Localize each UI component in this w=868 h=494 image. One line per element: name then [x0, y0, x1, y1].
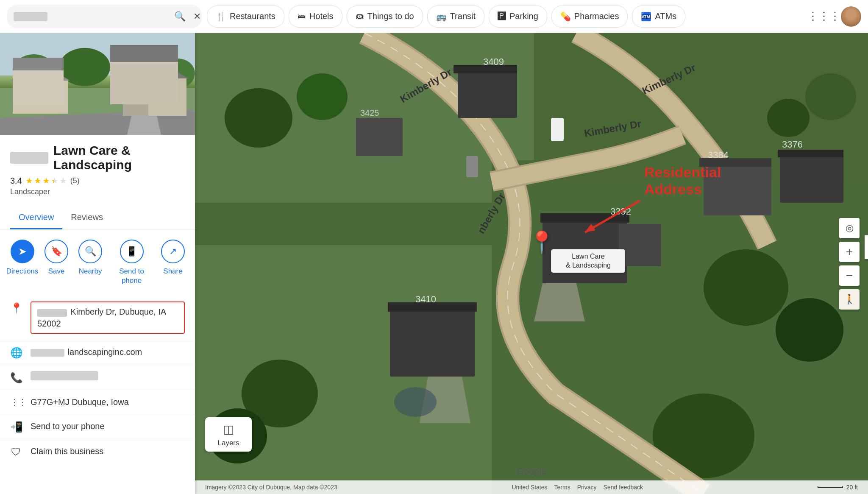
svg-text:3409: 3409: [483, 56, 504, 67]
business-info: Lawn Care & Landscaping 3.4 ★ ★ ★ ★★ ★ (…: [0, 135, 195, 203]
clear-button[interactable]: ✕: [192, 9, 203, 24]
svg-point-3: [125, 51, 172, 87]
street-view-button[interactable]: 🚶: [839, 289, 860, 310]
send-to-phone-icon: 📱: [120, 240, 144, 263]
top-bar: Lawn Care & Landscaping 🔍 ✕ 🍴 Restaurant…: [0, 0, 868, 33]
nav-pill-transit[interactable]: 🚌 Transit: [427, 6, 484, 28]
svg-point-18: [225, 88, 292, 148]
street-view-icon: 🚶: [844, 294, 855, 305]
footer-links: United States Terms Privacy Send feedbac…: [512, 484, 643, 491]
search-input[interactable]: Lawn Care & Landscaping: [52, 11, 168, 22]
pharmacies-icon: 💊: [560, 11, 571, 22]
layers-label: Layers: [217, 439, 239, 447]
location-icon: 📍: [10, 302, 22, 314]
map-footer: Imagery ©2023 City of Dubuque, Map data …: [195, 480, 868, 494]
tab-overview[interactable]: Overview: [10, 207, 62, 229]
imagery-attribution: Imagery ©2023 City of Dubuque, Map data …: [205, 484, 337, 491]
review-count: (5): [70, 176, 80, 185]
svg-rect-43: [466, 156, 478, 177]
tab-reviews[interactable]: Reviews: [62, 207, 111, 229]
svg-text:3425: 3425: [360, 108, 379, 117]
svg-point-25: [805, 73, 856, 120]
directions-icon: ➤: [11, 240, 34, 263]
google-logo: Google: [517, 466, 547, 477]
shield-icon: 🛡: [10, 446, 22, 458]
blurred-street-number: [37, 309, 67, 317]
zoom-in-icon: +: [846, 245, 853, 259]
nav-pill-things-to-do[interactable]: 🎟 Things to do: [347, 6, 423, 28]
send-to-phone-row[interactable]: 📲 Send to your phone: [0, 414, 195, 439]
star-rating: ★ ★ ★ ★★ ★: [25, 176, 67, 186]
zoom-in-button[interactable]: +: [839, 242, 860, 262]
website-row[interactable]: 🌐 landscapinginc.com: [0, 340, 195, 365]
things-to-do-icon: 🎟: [356, 11, 364, 21]
zoom-out-button[interactable]: −: [839, 265, 860, 286]
phone-row[interactable]: 📞: [0, 365, 195, 390]
plus-code-row[interactable]: ⋮⋮ G77G+MJ Dubuque, Iowa: [0, 390, 195, 414]
nav-pill-hotels[interactable]: 🛏 Hotels: [289, 6, 342, 28]
svg-text:3376: 3376: [782, 139, 803, 150]
nav-pills: 🍴 Restaurants 🛏 Hotels 🎟 Things to do 🚌 …: [207, 6, 809, 28]
parking-icon: 🅿: [498, 11, 506, 21]
footer-terms[interactable]: Terms: [554, 484, 570, 491]
blurred-business-prefix: [10, 152, 48, 164]
business-name-row: Lawn Care & Landscaping: [10, 143, 185, 172]
google-logo-text: Google: [517, 466, 547, 477]
address-row[interactable]: 📍 Kimberly Dr, Dubuque, IA 52002 ➜: [0, 296, 195, 340]
search-box: Lawn Care & Landscaping 🔍 ✕: [7, 5, 202, 28]
restaurants-icon: 🍴: [216, 11, 226, 22]
svg-text:Address: Address: [644, 181, 702, 197]
send-to-phone-button[interactable]: 📱 Send to phone: [109, 240, 154, 285]
footer-privacy[interactable]: Privacy: [577, 484, 597, 491]
search-button[interactable]: 🔍: [172, 9, 187, 24]
restaurants-label: Restaurants: [230, 11, 275, 21]
svg-marker-8: [11, 63, 70, 81]
nearby-button[interactable]: 🔍 Nearby: [75, 240, 106, 285]
directions-button[interactable]: ➤ Directions: [7, 240, 38, 285]
pharmacies-label: Pharmacies: [574, 11, 619, 21]
parking-label: Parking: [509, 11, 538, 21]
footer-send-feedback[interactable]: Send feedback: [604, 484, 643, 491]
atms-icon: 🏧: [641, 11, 651, 22]
svg-rect-42: [551, 118, 564, 141]
left-panel: Lawn Care & Landscaping 3.4 ★ ★ ★ ★★ ★ (…: [0, 33, 195, 494]
plus-code-icon: ⋮⋮: [10, 397, 22, 407]
google-apps-button[interactable]: ⋮⋮⋮: [814, 6, 834, 27]
svg-point-20: [704, 249, 788, 326]
star-5: ★: [59, 176, 67, 186]
avatar[interactable]: [841, 6, 861, 27]
svg-rect-27: [458, 67, 517, 118]
top-right-icons: ⋮⋮⋮: [814, 6, 861, 27]
layers-button[interactable]: ◫ Layers: [205, 417, 252, 452]
nav-pill-atms[interactable]: 🏧 ATMs: [632, 6, 685, 28]
nav-pill-pharmacies[interactable]: 💊 Pharmacies: [551, 6, 628, 28]
address-box: Kimberly Dr, Dubuque, IA 52002: [31, 301, 185, 334]
svg-text:& Landscaping: & Landscaping: [566, 262, 611, 269]
footer-united-states[interactable]: United States: [512, 484, 547, 491]
share-label: Share: [163, 267, 182, 276]
street-view-image: [0, 33, 195, 135]
svg-point-40: [394, 387, 437, 417]
website-domain: landscapinginc.com: [68, 347, 142, 357]
save-label: Save: [48, 267, 65, 276]
svg-rect-32: [778, 150, 843, 157]
map-controls: ◎ + − 🚶: [839, 218, 860, 310]
svg-rect-11: [123, 99, 148, 116]
nav-pill-restaurants[interactable]: 🍴 Restaurants: [207, 6, 284, 28]
share-icon: ↗: [161, 240, 185, 263]
atms-label: ATMs: [655, 11, 676, 21]
street-view-thumbnail[interactable]: [0, 33, 195, 135]
send-phone-icon: 📲: [10, 421, 22, 433]
things-to-do-label: Things to do: [367, 11, 414, 21]
business-category: Landscaper: [10, 187, 185, 196]
nav-pill-parking[interactable]: 🅿 Parking: [489, 6, 547, 28]
svg-text:3384: 3384: [708, 150, 729, 160]
svg-point-26: [767, 99, 810, 137]
claim-business-row[interactable]: 🛡 Claim this business: [0, 439, 195, 464]
share-button[interactable]: ↗ Share: [158, 240, 188, 285]
svg-marker-12: [127, 116, 161, 135]
save-button[interactable]: 🔖 Save: [41, 240, 72, 285]
locate-me-button[interactable]: ◎: [839, 218, 860, 238]
transit-icon: 🚌: [436, 11, 447, 22]
map-container[interactable]: 3409 3384 3376 3392 3410 3425 Kimberly D…: [195, 33, 868, 494]
